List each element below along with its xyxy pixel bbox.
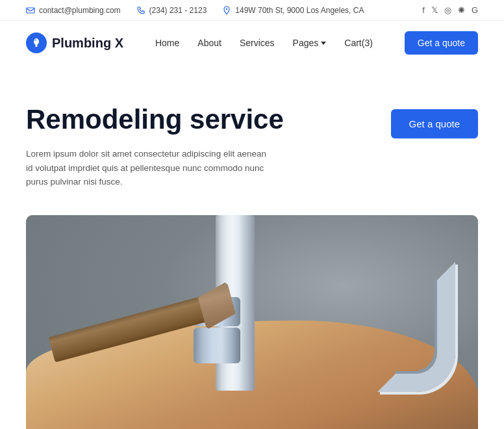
phone-text: (234) 231 - 2123 — [149, 6, 207, 15]
curved-pipe — [377, 262, 455, 392]
hero-cta: Get a quote — [391, 104, 478, 138]
svg-point-1 — [226, 8, 227, 9]
facebook-icon[interactable]: f — [422, 5, 425, 15]
header-cta-button[interactable]: Get a quote — [405, 31, 478, 55]
twitter-icon[interactable]: 𝕏 — [431, 5, 438, 15]
address-contact: 149W 70th St, 9000 Los Angeles, CA — [222, 6, 364, 15]
topbar: contact@plumbing.com (234) 231 - 2123 14… — [0, 0, 504, 21]
nav-pages-label: Pages — [293, 38, 319, 48]
social-links: f 𝕏 ◎ ✺ G — [422, 5, 478, 15]
chevron-down-icon — [321, 42, 326, 45]
header: Plumbing X Home About Services Pages Car… — [0, 21, 504, 65]
nav-pages[interactable]: Pages — [293, 38, 327, 48]
svg-rect-0 — [27, 8, 34, 13]
google-icon[interactable]: G — [472, 5, 478, 15]
pipe-joint-lower — [194, 328, 240, 363]
plumbing-image — [26, 215, 478, 429]
email-contact: contact@plumbing.com — [26, 6, 121, 15]
location-icon — [222, 6, 231, 15]
email-text: contact@plumbing.com — [39, 6, 121, 15]
logo[interactable]: Plumbing X — [26, 32, 123, 53]
yelp-icon[interactable]: ✺ — [458, 5, 465, 15]
hero-section: Remodeling service Lorem ipsum dolor sit… — [0, 65, 504, 209]
phone-contact: (234) 231 - 2123 — [136, 6, 207, 15]
nav-services[interactable]: Services — [240, 38, 275, 48]
pipe-scene-bg — [26, 215, 478, 429]
nav-home[interactable]: Home — [155, 38, 179, 48]
nav-about[interactable]: About — [197, 38, 221, 48]
topbar-contacts: contact@plumbing.com (234) 231 - 2123 14… — [26, 6, 364, 15]
hero-content: Remodeling service Lorem ipsum dolor sit… — [26, 104, 284, 189]
nav-cart[interactable]: Cart(3) — [344, 38, 373, 48]
email-icon — [26, 6, 35, 15]
phone-icon — [136, 6, 145, 15]
hero-description: Lorem ipsum dolor sit amet consectetur a… — [26, 147, 273, 189]
hero-cta-button[interactable]: Get a quote — [391, 109, 478, 138]
logo-icon — [26, 32, 47, 53]
main-nav: Home About Services Pages Cart(3) — [155, 38, 373, 48]
hero-title: Remodeling service — [26, 104, 284, 135]
instagram-icon[interactable]: ◎ — [444, 5, 451, 15]
image-section — [0, 209, 504, 429]
address-text: 149W 70th St, 9000 Los Angeles, CA — [235, 6, 364, 15]
logo-text: Plumbing X — [52, 36, 123, 51]
